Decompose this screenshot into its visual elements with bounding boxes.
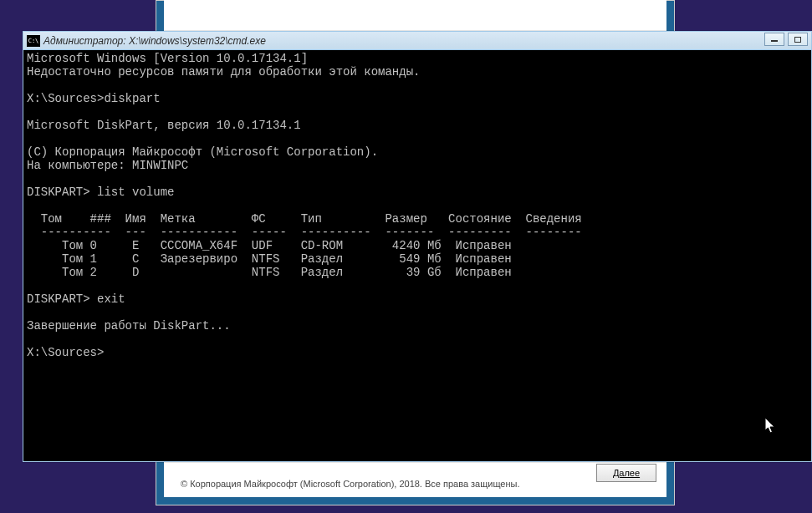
minimize-button[interactable] — [764, 33, 784, 46]
titlebar[interactable]: Администратор: X:\windows\system32\cmd.e… — [23, 32, 811, 50]
window-controls — [764, 33, 808, 46]
next-button[interactable]: Далее — [596, 464, 656, 482]
window-title: Администратор: X:\windows\system32\cmd.e… — [43, 35, 266, 47]
copyright-text: © Корпорация Майкрософт (Microsoft Corpo… — [181, 479, 520, 489]
terminal-output[interactable]: Microsoft Windows [Version 10.0.17134.1]… — [23, 50, 811, 461]
cmd-window: Администратор: X:\windows\system32\cmd.e… — [23, 31, 812, 462]
setup-footer: © Корпорация Майкрософт (Microsoft Corpo… — [164, 470, 666, 497]
cmd-icon — [27, 35, 40, 47]
maximize-button[interactable] — [788, 33, 808, 46]
